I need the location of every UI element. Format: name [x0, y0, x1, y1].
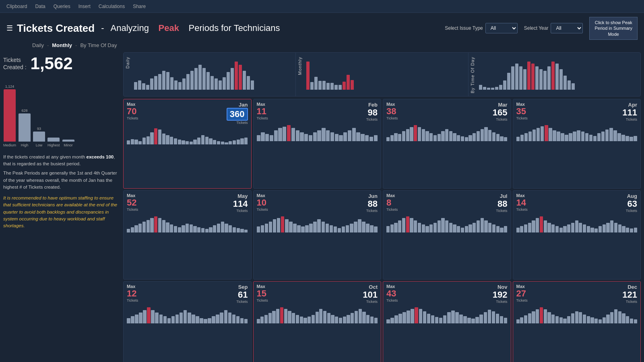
mini-bar [196, 316, 199, 323]
month-max-value: 12 [127, 289, 138, 298]
mini-bar [610, 220, 613, 232]
mini-bar [233, 227, 236, 232]
month-card[interactable]: Max15TicketsOct101Tickets [253, 281, 382, 362]
month-mini-chart [257, 123, 378, 141]
mini-bar [429, 133, 433, 141]
overview-bar [162, 71, 165, 90]
month-header: Max14TicketsAug63Tickets [516, 193, 638, 213]
menu-calculations[interactable]: Calculations [99, 4, 125, 9]
mini-bar [281, 216, 285, 232]
mini-bar [284, 309, 287, 323]
overview-bytime-label: By Time Of Day [470, 57, 475, 93]
month-max-tickets-label: Tickets [516, 298, 528, 302]
mini-bar [374, 318, 378, 323]
menu-data[interactable]: Data [35, 4, 45, 9]
mini-bar [465, 137, 468, 141]
daily-bars-container [134, 58, 292, 90]
month-max-label: Max [127, 193, 138, 198]
mini-bar [287, 125, 291, 141]
month-card[interactable]: Max8TicketsJul88Tickets [383, 190, 511, 280]
overview-bar [539, 69, 543, 90]
overview-bar [247, 76, 250, 90]
mini-bar [278, 128, 282, 141]
month-card[interactable]: Max35TicketsApr111Tickets [513, 99, 641, 189]
mini-bar [484, 220, 487, 232]
month-max-tickets-label: Tickets [516, 208, 528, 212]
overview-bar [178, 82, 182, 90]
peak-mode-button[interactable]: Click to show Peak Period in Summary Mod… [589, 17, 638, 40]
mini-bar [229, 141, 232, 144]
month-card[interactable]: Max27TicketsDec121Tickets [513, 281, 641, 362]
month-total-section: May114Tickets [233, 193, 248, 213]
menu-share[interactable]: Share [133, 4, 146, 9]
month-mini-chart [257, 305, 378, 323]
mini-bar [528, 313, 531, 323]
mini-bar [622, 226, 625, 232]
overview-bar [231, 68, 234, 90]
mini-bar [361, 134, 364, 141]
mini-bar [134, 140, 138, 144]
page-title: Tickets Created [17, 22, 95, 35]
mini-bar [229, 225, 232, 232]
month-card[interactable]: Max43TicketsNov192Tickets [383, 281, 511, 362]
tab-daily[interactable]: Daily [32, 42, 44, 48]
title-rest: Periods for Technicians [189, 23, 280, 33]
mini-bar [475, 317, 479, 323]
month-card[interactable]: Max38TicketsMar165Tickets [383, 99, 511, 189]
mini-bar [500, 228, 503, 232]
mini-bar [201, 135, 204, 144]
mini-bar [579, 223, 582, 232]
month-card[interactable]: Max12TicketsSep61Tickets [123, 281, 252, 362]
issue-type-bar-col: 93Low [33, 127, 45, 147]
month-header: Max35TicketsApr111Tickets [516, 102, 638, 121]
mini-bar [528, 223, 531, 232]
issue-type-select[interactable]: All [485, 23, 518, 33]
month-name: May [237, 193, 248, 199]
month-max-section: Max43Tickets [386, 284, 398, 302]
mini-bar [559, 317, 563, 323]
menu-clipboard[interactable]: Clipboard [6, 4, 27, 9]
mini-bar [609, 128, 613, 141]
bytime-bars-container [479, 58, 637, 90]
tab-bytime[interactable]: By Time Of Day [80, 42, 117, 48]
mini-bar [386, 137, 390, 141]
month-card[interactable]: Max70TicketsJan360Tickets [123, 99, 252, 189]
mini-bar [192, 315, 195, 323]
mini-bar [601, 132, 605, 141]
overview-bar [523, 69, 526, 90]
month-card[interactable]: Max52TicketsMay114Tickets [123, 190, 252, 280]
left-panel: TicketsCreated : 1,562 1,124Medium628Hig… [3, 52, 120, 362]
month-name: Aug [627, 193, 637, 199]
month-card[interactable]: Max10TicketsJun88Tickets [253, 190, 382, 280]
mini-bar [618, 311, 621, 323]
menu-insert[interactable]: Insert [78, 4, 91, 9]
mini-bar [500, 136, 503, 141]
menu-queries[interactable]: Queries [54, 4, 70, 9]
month-card[interactable]: Max14TicketsAug63Tickets [513, 190, 641, 280]
mini-bar [174, 138, 177, 144]
overview-bar [186, 74, 190, 90]
mini-bar [197, 138, 200, 144]
overview-bar [166, 72, 169, 90]
mini-bar [197, 227, 200, 232]
mini-bar [524, 133, 528, 141]
tab-monthly[interactable]: Monthly [52, 42, 72, 48]
mini-bar [587, 226, 590, 232]
mini-bar [374, 226, 378, 232]
mini-bar [626, 316, 629, 323]
hamburger-icon[interactable]: ☰ [6, 24, 13, 33]
mini-bar [398, 314, 402, 323]
mini-bar [260, 317, 264, 323]
mini-bar [131, 316, 134, 323]
title-peak: Peak [159, 23, 179, 33]
year-select[interactable]: All [551, 23, 583, 33]
mini-bar [327, 313, 330, 323]
month-total-section: Jul88Tickets [496, 193, 507, 213]
month-name: Jan [239, 102, 248, 108]
mini-bar [438, 134, 441, 141]
month-card[interactable]: Max11TicketsFeb98Tickets [253, 99, 382, 189]
month-header: Max52TicketsMay114Tickets [127, 193, 248, 213]
overview-bar [154, 76, 157, 90]
mini-bar [438, 220, 441, 232]
month-max-value: 43 [386, 289, 398, 298]
